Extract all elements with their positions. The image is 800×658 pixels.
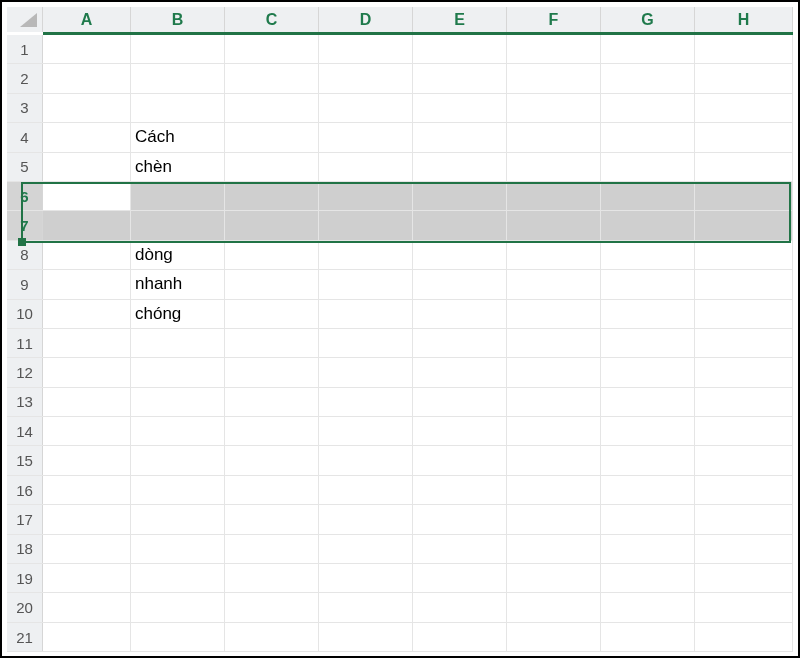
cell-B15[interactable] xyxy=(131,446,225,474)
cell-D9[interactable] xyxy=(319,270,413,298)
cell-C9[interactable] xyxy=(225,270,319,298)
cell-C3[interactable] xyxy=(225,94,319,122)
cell-C11[interactable] xyxy=(225,329,319,357)
row-header-9[interactable]: 9 xyxy=(7,270,43,298)
cell-H14[interactable] xyxy=(695,417,793,445)
cell-D8[interactable] xyxy=(319,241,413,269)
cell-H12[interactable] xyxy=(695,358,793,386)
cell-H1[interactable] xyxy=(695,35,793,63)
cell-C17[interactable] xyxy=(225,505,319,533)
row-header-19[interactable]: 19 xyxy=(7,564,43,592)
cell-D4[interactable] xyxy=(319,123,413,151)
cell-F20[interactable] xyxy=(507,593,601,621)
cell-B12[interactable] xyxy=(131,358,225,386)
cell-G16[interactable] xyxy=(601,476,695,504)
cell-E19[interactable] xyxy=(413,564,507,592)
cell-C13[interactable] xyxy=(225,388,319,416)
cell-D5[interactable] xyxy=(319,153,413,181)
cell-F3[interactable] xyxy=(507,94,601,122)
cell-E14[interactable] xyxy=(413,417,507,445)
cell-E18[interactable] xyxy=(413,535,507,563)
cell-F13[interactable] xyxy=(507,388,601,416)
cell-F6[interactable] xyxy=(507,182,601,210)
cell-D19[interactable] xyxy=(319,564,413,592)
cell-H18[interactable] xyxy=(695,535,793,563)
col-header-e[interactable]: E xyxy=(413,7,507,32)
col-header-b[interactable]: B xyxy=(131,7,225,32)
cell-H10[interactable] xyxy=(695,300,793,328)
cell-B10[interactable]: chóng xyxy=(131,300,225,328)
cell-G3[interactable] xyxy=(601,94,695,122)
cell-G13[interactable] xyxy=(601,388,695,416)
row-header-20[interactable]: 20 xyxy=(7,593,43,621)
row-header-18[interactable]: 18 xyxy=(7,535,43,563)
row-header-14[interactable]: 14 xyxy=(7,417,43,445)
cell-H5[interactable] xyxy=(695,153,793,181)
cell-E9[interactable] xyxy=(413,270,507,298)
cell-B1[interactable] xyxy=(131,35,225,63)
cell-E17[interactable] xyxy=(413,505,507,533)
cell-F17[interactable] xyxy=(507,505,601,533)
cell-A11[interactable] xyxy=(43,329,131,357)
cell-C4[interactable] xyxy=(225,123,319,151)
cell-B11[interactable] xyxy=(131,329,225,357)
col-header-f[interactable]: F xyxy=(507,7,601,32)
cell-G11[interactable] xyxy=(601,329,695,357)
row-header-1[interactable]: 1 xyxy=(7,35,43,63)
row-header-21[interactable]: 21 xyxy=(7,623,43,651)
cell-G15[interactable] xyxy=(601,446,695,474)
col-header-d[interactable]: D xyxy=(319,7,413,32)
cell-H19[interactable] xyxy=(695,564,793,592)
select-all-corner[interactable] xyxy=(7,7,43,32)
row-header-11[interactable]: 11 xyxy=(7,329,43,357)
cell-F2[interactable] xyxy=(507,64,601,92)
cell-B4[interactable]: Cách xyxy=(131,123,225,151)
cell-E1[interactable] xyxy=(413,35,507,63)
cell-G10[interactable] xyxy=(601,300,695,328)
cell-E12[interactable] xyxy=(413,358,507,386)
row-header-5[interactable]: 5 xyxy=(7,153,43,181)
cell-F7[interactable] xyxy=(507,211,601,239)
cell-A4[interactable] xyxy=(43,123,131,151)
row-header-17[interactable]: 17 xyxy=(7,505,43,533)
cell-G8[interactable] xyxy=(601,241,695,269)
cell-A17[interactable] xyxy=(43,505,131,533)
cell-E6[interactable] xyxy=(413,182,507,210)
cell-C7[interactable] xyxy=(225,211,319,239)
row-header-12[interactable]: 12 xyxy=(7,358,43,386)
cell-F12[interactable] xyxy=(507,358,601,386)
cell-B2[interactable] xyxy=(131,64,225,92)
cell-H3[interactable] xyxy=(695,94,793,122)
cell-A21[interactable] xyxy=(43,623,131,651)
cell-E21[interactable] xyxy=(413,623,507,651)
cell-C5[interactable] xyxy=(225,153,319,181)
cell-E8[interactable] xyxy=(413,241,507,269)
cell-F1[interactable] xyxy=(507,35,601,63)
cell-B21[interactable] xyxy=(131,623,225,651)
cell-D12[interactable] xyxy=(319,358,413,386)
cell-A19[interactable] xyxy=(43,564,131,592)
row-header-2[interactable]: 2 xyxy=(7,64,43,92)
cell-H2[interactable] xyxy=(695,64,793,92)
cell-E20[interactable] xyxy=(413,593,507,621)
cell-C2[interactable] xyxy=(225,64,319,92)
cell-E15[interactable] xyxy=(413,446,507,474)
row-header-4[interactable]: 4 xyxy=(7,123,43,151)
row-header-10[interactable]: 10 xyxy=(7,300,43,328)
cell-G2[interactable] xyxy=(601,64,695,92)
cell-A5[interactable] xyxy=(43,153,131,181)
cell-B9[interactable]: nhanh xyxy=(131,270,225,298)
cell-B18[interactable] xyxy=(131,535,225,563)
cell-G17[interactable] xyxy=(601,505,695,533)
cell-G14[interactable] xyxy=(601,417,695,445)
col-header-a[interactable]: A xyxy=(43,7,131,32)
cell-H21[interactable] xyxy=(695,623,793,651)
cell-F21[interactable] xyxy=(507,623,601,651)
cell-B13[interactable] xyxy=(131,388,225,416)
cell-H4[interactable] xyxy=(695,123,793,151)
cell-E3[interactable] xyxy=(413,94,507,122)
cell-C16[interactable] xyxy=(225,476,319,504)
cell-F18[interactable] xyxy=(507,535,601,563)
cell-D13[interactable] xyxy=(319,388,413,416)
cell-C1[interactable] xyxy=(225,35,319,63)
